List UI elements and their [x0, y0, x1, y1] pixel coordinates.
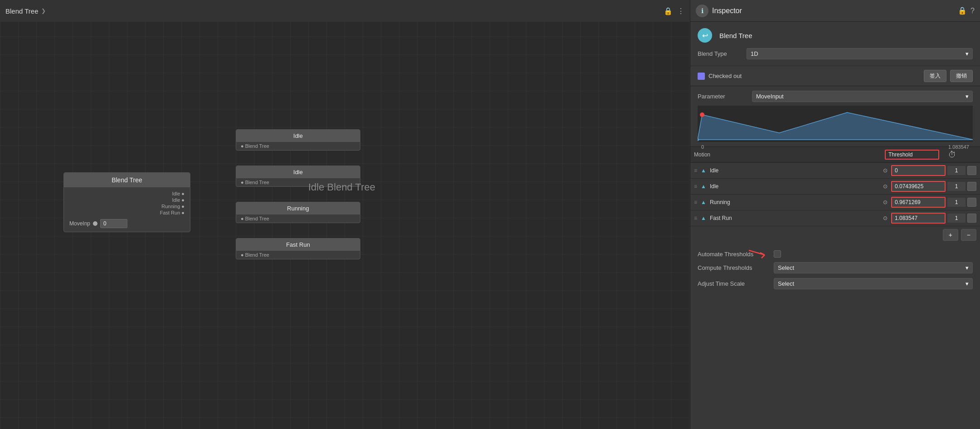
motion-list: ≡ ▲ Idle ⊙ ≡ ▲ Idle ⊙ ≡ ▲ Running ⊙ — [690, 163, 980, 226]
threshold-box-3 — [891, 213, 946, 224]
graph-panel: Blend Tree ❯ 🔒 ⋮ Blend Tree Idle ● Idle … — [0, 0, 690, 429]
checked-out-bar: Checked out 签入 撤销 — [690, 66, 980, 86]
remove-motion-button[interactable]: − — [961, 229, 976, 241]
port-idle-2: Idle ● — [69, 197, 184, 203]
graph-max-label: 1.083547 — [948, 144, 969, 150]
checked-out-label: Checked out — [708, 73, 920, 79]
blend-graph: 0 1.083547 — [698, 106, 973, 142]
cancel-checkout-button[interactable]: 撤销 — [950, 70, 973, 82]
drag-handle-0[interactable]: ≡ — [694, 167, 697, 174]
threshold-box-0 — [891, 165, 946, 176]
motion-target-2[interactable]: ⊙ — [883, 199, 888, 205]
parameter-section: Parameter MoveInput 0 1.083547 — [690, 86, 980, 147]
motion-name-0: Idle — [710, 167, 881, 174]
running-node[interactable]: Running ● Blend Tree — [236, 202, 360, 223]
inspector-info-icon: ℹ — [696, 5, 708, 17]
motion-row-2: ≡ ▲ Running ⊙ — [690, 195, 980, 210]
param-dot — [93, 221, 97, 226]
extra-input-2[interactable] — [947, 198, 965, 207]
parameter-value: MoveInput — [756, 93, 784, 100]
extra-input-0[interactable] — [947, 166, 965, 175]
threshold-box-1 — [891, 181, 946, 192]
fastrun-node-port: ● Blend Tree — [236, 251, 360, 259]
inspector-header-icons: 🔒 ? — [958, 6, 975, 15]
inspector-panel: ℹ Inspector 🔒 ? ↩ Blend Tree Blend Type … — [690, 0, 980, 429]
threshold-input-0[interactable] — [892, 166, 945, 175]
blend-tree-node[interactable]: Blend Tree Idle ● Idle ● Running ● Fast … — [63, 172, 190, 232]
compute-field: Compute Thresholds Select — [698, 260, 973, 276]
threshold-input-3[interactable] — [892, 214, 945, 223]
motion-icon-3: ▲ — [701, 215, 706, 221]
action-btn-0[interactable] — [967, 166, 976, 175]
parameter-dropdown[interactable]: MoveInput — [752, 91, 973, 102]
inspector-title: Inspector — [712, 7, 954, 15]
inspector-header: ℹ Inspector 🔒 ? — [690, 0, 980, 22]
compute-value: Select — [778, 264, 794, 271]
blend-tree-field-row: ↩ Blend Tree — [698, 25, 973, 45]
graph-header-icons: 🔒 ⋮ — [664, 7, 684, 15]
blend-tree-param: MoveInp — [69, 219, 184, 228]
motion-target-3[interactable]: ⊙ — [883, 215, 888, 221]
breadcrumb-arrow: ❯ — [41, 8, 46, 14]
parameter-chevron-icon — [965, 93, 969, 100]
graph-min-label: 0 — [701, 144, 704, 150]
add-motion-button[interactable]: + — [943, 229, 958, 241]
drag-handle-3[interactable]: ≡ — [694, 215, 697, 221]
extra-input-3[interactable] — [947, 214, 965, 223]
drag-handle-2[interactable]: ≡ — [694, 199, 697, 205]
blend-graph-labels: 0 1.083547 — [698, 143, 973, 151]
motion-name-1: Idle — [710, 183, 881, 190]
idle-node-1-port: ● Blend Tree — [236, 142, 360, 150]
motion-target-1[interactable]: ⊙ — [883, 183, 888, 190]
adjust-label: Adjust Time Scale — [698, 280, 770, 287]
motion-col-header: Motion — [694, 151, 883, 158]
parameter-row: Parameter MoveInput — [698, 91, 973, 102]
action-btn-2[interactable] — [967, 198, 976, 207]
svg-point-2 — [700, 112, 704, 117]
blend-tree-section: ↩ Blend Tree Blend Type 1D — [690, 22, 980, 66]
parameter-label: Parameter — [698, 93, 752, 100]
fastrun-node-title: Fast Run — [236, 239, 360, 251]
inspector-lock-button[interactable]: 🔒 — [958, 6, 967, 15]
adjust-field: Adjust Time Scale Select — [698, 276, 973, 292]
automate-field: Automate Thresholds — [698, 248, 973, 260]
checkin-button[interactable]: 签入 — [924, 70, 946, 82]
blend-tree-node-body: Idle ● Idle ● Running ● Fast Run ● MoveI… — [64, 187, 190, 232]
port-running: Running ● — [69, 204, 184, 209]
more-graph-button[interactable]: ⋮ — [677, 7, 684, 15]
threshold-input-2[interactable] — [892, 198, 945, 207]
blend-tree-name: Blend Tree — [719, 32, 973, 39]
automate-checkbox-area — [774, 250, 781, 258]
graph-header: Blend Tree ❯ 🔒 ⋮ — [0, 0, 690, 22]
param-label: MoveInp — [69, 220, 90, 227]
idle-node-2-title: Idle — [236, 166, 360, 178]
idle-node-1[interactable]: Idle ● Blend Tree — [236, 129, 360, 151]
blend-tree-node-title: Blend Tree — [64, 173, 190, 187]
motion-row-1: ≡ ▲ Idle ⊙ — [690, 179, 980, 195]
idle-node-2-port: ● Blend Tree — [236, 178, 360, 186]
param-value-input[interactable] — [100, 219, 127, 228]
action-btn-3[interactable] — [967, 214, 976, 223]
blend-graph-svg — [698, 106, 973, 142]
port-idle-1: Idle ● — [69, 191, 184, 196]
inspector-help-button[interactable]: ? — [970, 6, 975, 15]
motion-name-2: Running — [710, 199, 881, 205]
lock-graph-button[interactable]: 🔒 — [664, 7, 673, 15]
adjust-dropdown[interactable]: Select — [774, 278, 973, 289]
fastrun-node[interactable]: Fast Run ● Blend Tree — [236, 238, 360, 259]
blend-type-dropdown[interactable]: 1D — [747, 48, 973, 59]
motion-icon-2: ▲ — [701, 199, 706, 205]
idle-node-2[interactable]: Idle ● Blend Tree — [236, 166, 360, 187]
compute-chevron-icon — [965, 264, 969, 271]
compute-dropdown[interactable]: Select — [774, 262, 973, 273]
motion-add-remove: + − — [690, 226, 980, 244]
blend-type-value: 1D — [751, 50, 758, 57]
running-node-port: ● Blend Tree — [236, 214, 360, 223]
extra-input-1[interactable] — [947, 182, 965, 191]
threshold-input-1[interactable] — [892, 182, 945, 191]
action-btn-1[interactable] — [967, 182, 976, 191]
adjust-value: Select — [778, 280, 794, 287]
motion-target-0[interactable]: ⊙ — [883, 167, 888, 174]
drag-handle-1[interactable]: ≡ — [694, 183, 697, 190]
graph-title: Blend Tree ❯ — [5, 7, 46, 15]
